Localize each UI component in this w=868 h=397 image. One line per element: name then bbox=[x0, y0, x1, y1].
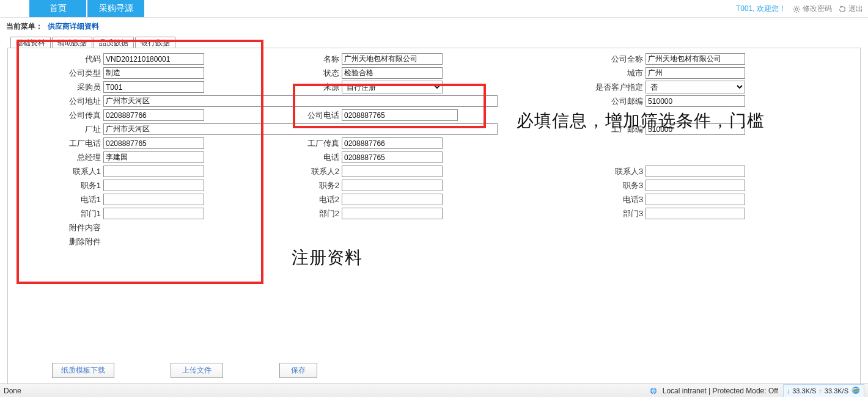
lbl-gm: 总经理 bbox=[12, 152, 103, 163]
lbl-phone: 电话 bbox=[268, 152, 342, 163]
change-password-label: 修改密码 bbox=[803, 4, 832, 14]
arrow-up-icon: ↑ bbox=[818, 387, 822, 395]
input-code[interactable] bbox=[103, 53, 204, 65]
lbl-company-addr: 公司地址 bbox=[12, 96, 103, 107]
logout-link[interactable]: 退出 bbox=[838, 4, 863, 14]
input-company-fax[interactable] bbox=[103, 109, 204, 121]
rate-down: 33.3K/S bbox=[792, 387, 816, 395]
welcome-text: T001, 欢迎您！ bbox=[736, 4, 786, 14]
gear-icon bbox=[792, 5, 801, 13]
tab-basic[interactable]: 基础资料 bbox=[10, 37, 51, 48]
crumb-title[interactable]: 供应商详细资料 bbox=[48, 21, 99, 32]
lbl-contact3: 联系人3 bbox=[513, 166, 645, 177]
lbl-contact1: 联系人1 bbox=[12, 166, 103, 177]
arrow-down-icon: ↓ bbox=[787, 387, 790, 395]
nav-sourcing[interactable]: 采购寻源 bbox=[87, 0, 145, 17]
input-company-full[interactable] bbox=[645, 53, 745, 65]
input-phone[interactable] bbox=[342, 151, 443, 163]
lbl-buyer: 采购员 bbox=[12, 82, 103, 93]
input-buyer[interactable] bbox=[103, 81, 204, 93]
zone-icon bbox=[649, 386, 658, 395]
input-tel2[interactable] bbox=[342, 194, 443, 205]
svg-line-6 bbox=[798, 10, 799, 11]
input-job1[interactable] bbox=[103, 180, 204, 191]
input-contact2[interactable] bbox=[342, 166, 443, 177]
lbl-company-tel: 公司电话 bbox=[268, 110, 342, 121]
lbl-name: 名称 bbox=[268, 54, 342, 65]
input-factory-tel[interactable] bbox=[103, 137, 204, 149]
input-contact1[interactable] bbox=[103, 166, 204, 177]
input-dept3[interactable] bbox=[645, 208, 745, 219]
tab-bank[interactable]: 银行数据 bbox=[135, 37, 175, 48]
svg-point-0 bbox=[795, 7, 798, 10]
input-job3[interactable] bbox=[645, 180, 745, 191]
input-status[interactable] bbox=[342, 67, 443, 79]
input-tel1[interactable] bbox=[103, 194, 204, 205]
lbl-company-fax: 公司传真 bbox=[12, 110, 103, 121]
lbl-status: 状态 bbox=[268, 68, 342, 79]
lbl-code: 代码 bbox=[12, 54, 103, 65]
lbl-job3: 职务3 bbox=[513, 180, 645, 191]
svg-line-5 bbox=[794, 6, 795, 7]
network-rate-badge: ↓ 33.3K/S ↑ 33.3K/S bbox=[783, 384, 864, 398]
input-city[interactable] bbox=[645, 67, 745, 79]
select-source[interactable]: 自行注册 bbox=[342, 81, 443, 93]
input-dept1[interactable] bbox=[103, 208, 204, 219]
tabs: 基础资料 辅助数据 品质数据 银行数据 bbox=[10, 37, 175, 48]
lbl-contact2: 联系人2 bbox=[268, 166, 342, 177]
tab-aux[interactable]: 辅助数据 bbox=[52, 37, 92, 48]
top-bar: 首页 采购寻源 T001, 欢迎您！ 修改密码 退出 bbox=[0, 0, 868, 18]
input-factory-fax[interactable] bbox=[342, 137, 443, 149]
input-factory-addr[interactable] bbox=[103, 123, 498, 135]
action-bar: 纸质模板下载 上传文件 保存 bbox=[52, 363, 317, 378]
save-button[interactable]: 保存 bbox=[279, 363, 317, 378]
lbl-dept3: 部门3 bbox=[513, 208, 645, 219]
input-tel3[interactable] bbox=[645, 194, 745, 205]
change-password-link[interactable]: 修改密码 bbox=[792, 4, 832, 14]
input-company-post[interactable] bbox=[645, 95, 745, 107]
rate-up: 33.3K/S bbox=[825, 387, 848, 395]
refresh-icon bbox=[838, 5, 847, 13]
input-company-tel[interactable] bbox=[342, 109, 458, 121]
nav-home[interactable]: 首页 bbox=[29, 0, 87, 17]
top-nav: 首页 采购寻源 bbox=[29, 0, 145, 17]
lbl-job1: 职务1 bbox=[12, 180, 103, 191]
lbl-dept2: 部门2 bbox=[268, 208, 342, 219]
lbl-city: 城市 bbox=[513, 68, 645, 79]
lbl-tel3: 电话3 bbox=[513, 194, 645, 205]
status-left: Done bbox=[4, 387, 21, 395]
input-dept2[interactable] bbox=[342, 208, 443, 219]
form: 代码 名称 公司全称 公司类型 状态 城市 bbox=[8, 48, 860, 249]
lbl-factory-addr: 厂址 bbox=[12, 124, 103, 135]
input-job2[interactable] bbox=[342, 180, 443, 191]
breadcrumb: 当前菜单： 供应商详细资料 bbox=[0, 18, 868, 34]
lbl-dept1: 部门1 bbox=[12, 208, 103, 219]
lbl-company-type: 公司类型 bbox=[12, 68, 103, 79]
lbl-tel2: 电话2 bbox=[268, 194, 342, 205]
input-company-addr[interactable] bbox=[103, 95, 498, 107]
ie-icon bbox=[851, 385, 861, 396]
status-bar: Done Local intranet | Protected Mode: Of… bbox=[0, 384, 868, 397]
lbl-del-attach[interactable]: 删除附件 bbox=[12, 236, 103, 247]
status-zone: Local intranet | Protected Mode: Off bbox=[663, 387, 778, 395]
select-customer-spec[interactable]: 否 bbox=[645, 81, 745, 93]
input-gm[interactable] bbox=[103, 151, 204, 163]
input-company-type[interactable] bbox=[103, 67, 204, 79]
input-name[interactable] bbox=[342, 53, 443, 65]
logout-label: 退出 bbox=[848, 4, 863, 14]
lbl-company-post: 公司邮编 bbox=[513, 96, 645, 107]
tab-quality[interactable]: 品质数据 bbox=[94, 37, 134, 48]
input-contact3[interactable] bbox=[645, 166, 745, 177]
upload-file-button[interactable]: 上传文件 bbox=[171, 363, 223, 378]
svg-line-8 bbox=[794, 10, 795, 11]
crumb-prefix: 当前菜单： bbox=[6, 21, 43, 32]
lbl-company-full: 公司全称 bbox=[513, 54, 645, 65]
download-template-button[interactable]: 纸质模板下载 bbox=[52, 363, 114, 378]
lbl-tel1: 电话1 bbox=[12, 194, 103, 205]
lbl-factory-tel: 工厂电话 bbox=[12, 138, 103, 149]
lbl-customer-spec: 是否客户指定 bbox=[513, 82, 645, 93]
lbl-factory-fax: 工厂传真 bbox=[268, 138, 342, 149]
lbl-job2: 职务2 bbox=[268, 180, 342, 191]
svg-line-7 bbox=[798, 6, 799, 7]
lbl-attach-content: 附件内容 bbox=[12, 222, 103, 233]
